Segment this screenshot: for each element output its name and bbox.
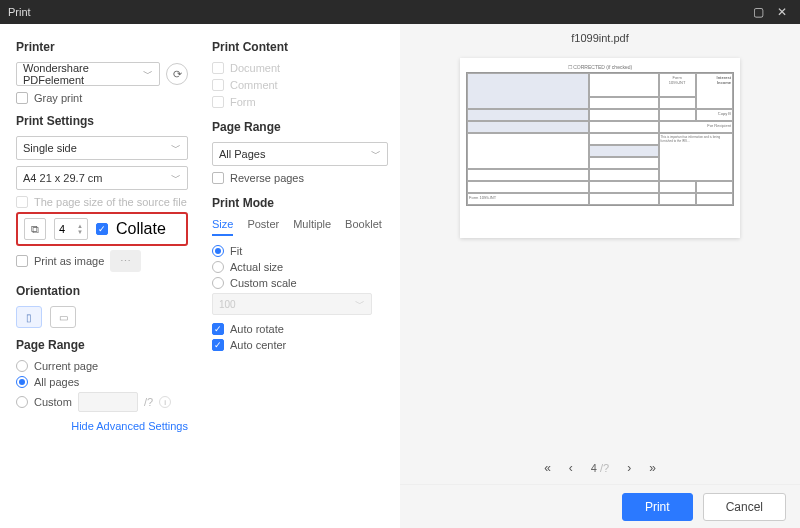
- chevron-down-icon: ﹀: [171, 141, 181, 155]
- auto-rotate-checkbox[interactable]: [212, 323, 224, 335]
- chevron-down-icon: ﹀: [143, 67, 153, 81]
- page-size-checkbox[interactable]: [16, 196, 28, 208]
- collate-checkbox[interactable]: [96, 223, 108, 235]
- custom-range-input[interactable]: [78, 392, 138, 412]
- step-down-icon[interactable]: ▼: [77, 229, 83, 235]
- all-pages-radio[interactable]: [16, 376, 28, 388]
- chevron-down-icon: ﹀: [355, 297, 365, 311]
- custom-range-label: Custom: [34, 396, 72, 408]
- reverse-pages-label: Reverse pages: [230, 172, 304, 184]
- printer-select[interactable]: Wondershare PDFelement ﹀: [16, 62, 160, 86]
- page-range-value: All Pages: [219, 148, 265, 160]
- title-bar: Print ▢ ✕: [0, 0, 800, 24]
- middle-panel: Print Content Document Comment Form Page…: [200, 24, 400, 528]
- orientation-landscape[interactable]: ▭: [50, 306, 76, 328]
- hide-advanced-link[interactable]: Hide Advanced Settings: [16, 420, 188, 432]
- printer-refresh-icon[interactable]: ⟳: [166, 63, 188, 85]
- page-range-select[interactable]: All Pages ﹀: [212, 142, 388, 166]
- preview-filename: f1099int.pdf: [400, 24, 800, 48]
- tab-poster[interactable]: Poster: [247, 218, 279, 236]
- preview-panel: f1099int.pdf ☐ CORRECTED (if checked) Fo…: [400, 24, 800, 528]
- auto-center-checkbox[interactable]: [212, 339, 224, 351]
- form-number: 1099-INT: [669, 80, 686, 85]
- print-button[interactable]: Print: [622, 493, 693, 521]
- window-close-icon[interactable]: ✕: [772, 2, 792, 22]
- chevron-down-icon: ﹀: [171, 171, 181, 185]
- tab-booklet[interactable]: Booklet: [345, 218, 382, 236]
- preview-area: ☐ CORRECTED (if checked) Form 1099-INT I…: [400, 48, 800, 452]
- print-as-image-options[interactable]: ⋯: [110, 250, 141, 272]
- content-document-checkbox[interactable]: [212, 62, 224, 74]
- preview-page: ☐ CORRECTED (if checked) Form 1099-INT I…: [460, 58, 740, 238]
- copies-icon: ⧉: [24, 218, 46, 240]
- auto-center-label: Auto center: [230, 339, 286, 351]
- orientation-heading: Orientation: [16, 284, 188, 298]
- print-content-heading: Print Content: [212, 40, 388, 54]
- content-comment-checkbox[interactable]: [212, 79, 224, 91]
- chevron-down-icon: ﹀: [371, 147, 381, 161]
- gray-print-checkbox[interactable]: [16, 92, 28, 104]
- pager-next-icon[interactable]: ›: [627, 461, 631, 475]
- form-recipient: For Recipient: [707, 123, 731, 128]
- collate-label: Collate: [116, 220, 166, 238]
- dialog-footer: Print Cancel: [400, 484, 800, 528]
- print-settings-heading: Print Settings: [16, 114, 188, 128]
- custom-range-sep: /?: [144, 396, 153, 408]
- info-icon[interactable]: i: [159, 396, 171, 408]
- page-size-note: The page size of the source file: [16, 196, 188, 208]
- actual-size-radio[interactable]: [212, 261, 224, 273]
- content-document-label: Document: [230, 62, 280, 74]
- fit-radio[interactable]: [212, 245, 224, 257]
- content-form-checkbox[interactable]: [212, 96, 224, 108]
- paper-select[interactable]: A4 21 x 29.7 cm ﹀: [16, 166, 188, 190]
- pager-current[interactable]: 4: [591, 462, 597, 474]
- window-maximize-icon[interactable]: ▢: [748, 2, 768, 22]
- copies-collate-highlight: ⧉ 4 ▲▼ Collate: [16, 212, 188, 246]
- paper-value: A4 21 x 29.7 cm: [23, 172, 103, 184]
- sides-value: Single side: [23, 142, 77, 154]
- orientation-portrait[interactable]: ▯: [16, 306, 42, 328]
- pager-last-icon[interactable]: »: [649, 461, 656, 475]
- copies-value: 4: [59, 223, 65, 235]
- printer-heading: Printer: [16, 40, 188, 54]
- print-as-image-checkbox[interactable]: [16, 255, 28, 267]
- preview-pager: « ‹ 4 /? › »: [400, 452, 800, 484]
- cancel-button[interactable]: Cancel: [703, 493, 786, 521]
- tab-multiple[interactable]: Multiple: [293, 218, 331, 236]
- content-form-label: Form: [230, 96, 256, 108]
- scale-input[interactable]: 100 ﹀: [212, 293, 372, 315]
- page-range-mid-heading: Page Range: [212, 120, 388, 134]
- pager-first-icon[interactable]: «: [544, 461, 551, 475]
- pager-total: /?: [600, 462, 609, 474]
- print-mode-tabs: Size Poster Multiple Booklet: [212, 218, 388, 237]
- left-panel: Printer Wondershare PDFelement ﹀ ⟳ Gray …: [0, 24, 200, 528]
- gray-print-label: Gray print: [34, 92, 82, 104]
- copies-input[interactable]: 4 ▲▼: [54, 218, 88, 240]
- pager-prev-icon[interactable]: ‹: [569, 461, 573, 475]
- current-page-label: Current page: [34, 360, 98, 372]
- scale-value: 100: [219, 299, 236, 310]
- form-copy: Copy B: [718, 111, 731, 116]
- auto-rotate-label: Auto rotate: [230, 323, 284, 335]
- current-page-radio[interactable]: [16, 360, 28, 372]
- content-comment-label: Comment: [230, 79, 278, 91]
- tab-size[interactable]: Size: [212, 218, 233, 236]
- all-pages-label: All pages: [34, 376, 79, 388]
- printer-selected: Wondershare PDFelement: [23, 62, 143, 86]
- sides-select[interactable]: Single side ﹀: [16, 136, 188, 160]
- form-title-2: Income: [717, 80, 731, 85]
- print-mode-heading: Print Mode: [212, 196, 388, 210]
- print-as-image-label: Print as image: [34, 255, 104, 267]
- preview-corrected-label: CORRECTED (if checked): [573, 64, 632, 70]
- form-1099-int: Form 1099-INT InterestIncome Copy B For …: [466, 72, 734, 206]
- page-range-heading: Page Range: [16, 338, 188, 352]
- actual-size-label: Actual size: [230, 261, 283, 273]
- reverse-pages-checkbox[interactable]: [212, 172, 224, 184]
- fit-label: Fit: [230, 245, 242, 257]
- custom-range-radio[interactable]: [16, 396, 28, 408]
- custom-scale-label: Custom scale: [230, 277, 297, 289]
- window-title: Print: [8, 6, 31, 18]
- custom-scale-radio[interactable]: [212, 277, 224, 289]
